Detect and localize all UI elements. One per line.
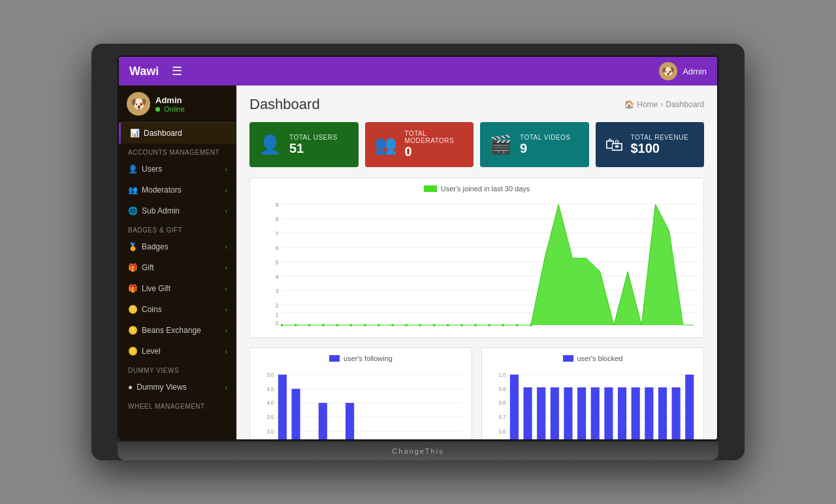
bar — [278, 375, 287, 439]
following-legend-color — [329, 355, 340, 362]
sidebar-item-dashboard[interactable]: 📊Dashboard — [119, 123, 236, 144]
videos-icon: 🎬 — [489, 134, 512, 155]
svg-text:9: 9 — [276, 202, 279, 208]
following-chart-svg: 5.0 4.5 4.0 3.5 3.0 2.5 — [257, 368, 465, 439]
bar — [685, 375, 694, 439]
breadcrumb-current: Dashboard — [666, 100, 704, 109]
svg-text:0.6: 0.6 — [499, 428, 506, 435]
moderators-icon: 👥 — [374, 134, 397, 155]
svg-text:5.0: 5.0 — [267, 372, 274, 379]
bar — [591, 387, 600, 439]
page-title: Dashboard — [249, 96, 320, 113]
stat-info-revenue: TOTAL REVENUE $100 — [631, 134, 689, 156]
sidebar: 🐶 Admin Online 📊Dashboard A — [119, 86, 236, 439]
svg-point-28 — [405, 324, 408, 326]
svg-point-21 — [308, 324, 311, 326]
svg-text:1.0: 1.0 — [499, 372, 506, 379]
svg-text:6: 6 — [276, 245, 279, 251]
svg-text:3: 3 — [276, 288, 279, 294]
svg-point-27 — [391, 324, 394, 326]
svg-point-20 — [295, 324, 297, 326]
svg-point-26 — [378, 324, 380, 326]
svg-point-32 — [460, 324, 463, 326]
profile-avatar: 🐶 — [127, 92, 150, 116]
app-logo: Wawi — [129, 65, 159, 78]
svg-point-37 — [530, 324, 532, 326]
main-chart-container: User's joined in last 30 days — [249, 178, 704, 338]
bar — [564, 387, 572, 439]
users-icon: 👤 — [259, 134, 281, 155]
sidebar-item-beans-exchange[interactable]: 🪙Beans Exchange ‹ — [119, 320, 236, 341]
profile-info: Admin Online — [155, 95, 185, 113]
section-badges-label: BADGES & GIFT — [119, 221, 236, 236]
stat-label-users: TOTAL USERS — [289, 134, 338, 141]
svg-point-35 — [502, 324, 505, 326]
menu-icon[interactable]: ☰ — [172, 64, 182, 78]
breadcrumb-separator: › — [660, 100, 663, 109]
svg-text:3.0: 3.0 — [267, 428, 274, 435]
sidebar-item-moderators[interactable]: 👥Moderators ‹ — [119, 180, 236, 200]
stat-card-videos: 🎬 TOTAL VIDEOS 9 — [480, 122, 589, 167]
stat-label-videos: TOTAL VIDEOS — [520, 134, 571, 141]
stat-card-revenue: 🛍 TOTAL REVENUE $100 — [596, 122, 705, 167]
following-legend-label: user's following — [344, 354, 393, 362]
svg-text:7: 7 — [276, 230, 279, 237]
stat-label-moderators: TOTAL MODERATORS — [405, 130, 465, 144]
sidebar-item-live-gift[interactable]: 🎁Live Gift ‹ — [119, 278, 236, 299]
sidebar-item-badges[interactable]: 🏅Badges ‹ — [119, 236, 236, 257]
sidebar-item-level[interactable]: 🪙Level ‹ — [119, 341, 236, 362]
sidebar-item-gift[interactable]: 🎁Gift ‹ — [119, 257, 236, 278]
bar — [658, 387, 667, 439]
svg-point-33 — [474, 324, 477, 326]
stat-card-users: 👤 TOTAL USERS 51 — [249, 122, 359, 167]
blocked-chart: user's blocked 1.0 — [481, 347, 704, 439]
app: Wawi ☰ 🐶 Admin 🐶 Admin — [119, 57, 717, 439]
svg-text:1: 1 — [276, 311, 279, 318]
sidebar-item-dummy-views[interactable]: ●Dummy Views ‹ — [119, 377, 236, 398]
svg-point-29 — [419, 324, 421, 326]
svg-point-36 — [516, 324, 519, 326]
top-header: Wawi ☰ 🐶 Admin — [119, 57, 717, 86]
svg-text:4.0: 4.0 — [267, 400, 274, 407]
laptop-base: ChangeThis — [118, 442, 718, 460]
blocked-legend-color — [563, 355, 573, 362]
sidebar-item-sub-admin[interactable]: 🌐Sub Admin ‹ — [119, 200, 236, 221]
svg-point-24 — [350, 324, 353, 326]
svg-point-25 — [364, 324, 366, 326]
main-body: 🐶 Admin Online 📊Dashboard A — [119, 86, 717, 439]
home-icon: 🏠 — [624, 100, 634, 109]
bar — [604, 387, 613, 439]
svg-text:0.8: 0.8 — [499, 400, 506, 407]
svg-text:0: 0 — [276, 320, 279, 326]
status-dot — [155, 107, 160, 112]
section-accounts-label: ACCOUNTS MANAGEMENT — [119, 144, 236, 159]
svg-text:5: 5 — [276, 259, 279, 266]
bar — [577, 387, 586, 439]
breadcrumb-home: Home — [637, 100, 658, 109]
stat-value-videos: 9 — [520, 141, 571, 156]
stat-card-moderators: 👥 TOTAL MODERATORS 0 — [365, 122, 474, 167]
admin-avatar: 🐶 — [659, 62, 677, 80]
bottom-charts: user's following 5 — [249, 347, 704, 439]
stat-cards: 👤 TOTAL USERS 51 👥 TOTAL MODERATORS 0 — [249, 122, 704, 167]
profile-status: Online — [155, 105, 185, 113]
bar — [510, 375, 519, 439]
svg-text:3.5: 3.5 — [267, 415, 274, 421]
svg-text:4: 4 — [276, 274, 279, 280]
sidebar-item-users[interactable]: 👤Users ‹ — [119, 159, 236, 180]
main-chart-svg: 9 8 7 6 5 4 3 2 1 0 — [257, 198, 697, 328]
stat-info-users: TOTAL USERS 51 — [289, 134, 338, 156]
svg-text:0.9: 0.9 — [499, 386, 506, 392]
sidebar-profile: 🐶 Admin Online — [119, 86, 236, 123]
bar — [537, 387, 545, 439]
bar — [523, 387, 532, 439]
laptop-frame: Wawi ☰ 🐶 Admin 🐶 Admin — [91, 44, 745, 460]
bar — [632, 387, 640, 439]
svg-text:8: 8 — [276, 216, 279, 223]
screen: Wawi ☰ 🐶 Admin 🐶 Admin — [118, 55, 718, 441]
svg-point-31 — [447, 324, 449, 326]
sidebar-item-coins[interactable]: 🪙Coins ‹ — [119, 299, 236, 320]
svg-text:0.7: 0.7 — [499, 415, 506, 421]
stat-info-videos: TOTAL VIDEOS 9 — [520, 134, 571, 156]
svg-point-22 — [322, 324, 325, 326]
